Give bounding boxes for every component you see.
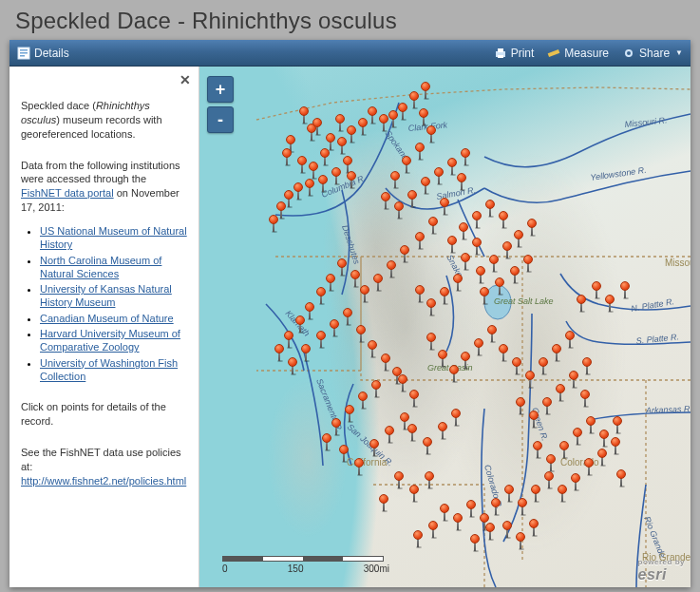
map-pin[interactable] bbox=[502, 241, 512, 258]
institution-link[interactable]: North Carolina Museum of Natural Science… bbox=[40, 255, 161, 279]
institution-link[interactable]: US National Museum of Natural History bbox=[40, 225, 187, 250]
map-pin[interactable] bbox=[599, 430, 609, 447]
institution-link[interactable]: Harvard University Museum of Comparative… bbox=[40, 328, 180, 353]
map-pin[interactable] bbox=[299, 106, 309, 124]
map-pin[interactable] bbox=[293, 182, 303, 200]
map-pin[interactable] bbox=[440, 287, 449, 304]
map-pin[interactable] bbox=[305, 302, 314, 319]
map-pin[interactable] bbox=[592, 281, 601, 298]
map-pin[interactable] bbox=[523, 255, 533, 272]
map-pin[interactable] bbox=[301, 344, 311, 361]
map-pin[interactable] bbox=[369, 439, 379, 456]
map-pin[interactable] bbox=[394, 201, 404, 219]
map-pin[interactable] bbox=[339, 445, 349, 462]
map-pin[interactable] bbox=[459, 222, 468, 239]
map-pin[interactable] bbox=[558, 485, 567, 502]
zoom-in-button[interactable]: + bbox=[207, 76, 234, 103]
map-pin[interactable] bbox=[368, 106, 377, 124]
share-button[interactable]: Share ▼ bbox=[622, 47, 683, 60]
map-pin[interactable] bbox=[428, 521, 438, 538]
map-pin[interactable] bbox=[360, 285, 369, 302]
map-pin[interactable] bbox=[461, 352, 470, 369]
map-pin[interactable] bbox=[485, 523, 495, 540]
map-pin[interactable] bbox=[565, 331, 575, 348]
map-pin[interactable] bbox=[451, 409, 461, 426]
fishnet-portal-link[interactable]: FishNET data portal bbox=[21, 187, 114, 199]
map-pin[interactable] bbox=[425, 471, 434, 488]
map-pin[interactable] bbox=[559, 441, 569, 458]
map-pin[interactable] bbox=[316, 287, 326, 304]
map-pin[interactable] bbox=[620, 281, 630, 298]
institution-link[interactable]: University of Kansas Natural History Mus… bbox=[40, 283, 172, 308]
map-pin[interactable] bbox=[413, 530, 423, 547]
map-pin[interactable] bbox=[343, 308, 352, 325]
map-pin[interactable] bbox=[586, 416, 596, 433]
map-pin[interactable] bbox=[331, 418, 341, 435]
map-pin[interactable] bbox=[326, 274, 335, 291]
map-pin[interactable] bbox=[407, 190, 417, 207]
map-pin[interactable] bbox=[347, 125, 356, 143]
map-pin[interactable] bbox=[556, 384, 565, 401]
map-pin[interactable] bbox=[402, 156, 411, 173]
map-pin[interactable] bbox=[426, 333, 436, 350]
map-pin[interactable] bbox=[510, 266, 520, 283]
map-pin[interactable] bbox=[489, 255, 499, 272]
map-pin[interactable] bbox=[295, 315, 305, 333]
map-pin[interactable] bbox=[358, 118, 368, 135]
map-pin[interactable] bbox=[354, 458, 364, 475]
map-pin[interactable] bbox=[499, 344, 508, 361]
map-pin[interactable] bbox=[491, 498, 501, 515]
map-pin[interactable] bbox=[282, 148, 292, 165]
map-pin[interactable] bbox=[358, 391, 368, 409]
map-pin[interactable] bbox=[485, 200, 495, 217]
map-pin[interactable] bbox=[407, 424, 417, 441]
map-pin[interactable] bbox=[461, 148, 470, 165]
map-pin[interactable] bbox=[388, 110, 398, 127]
map-pin[interactable] bbox=[409, 485, 419, 502]
map-pin[interactable] bbox=[269, 215, 278, 232]
map-pin[interactable] bbox=[466, 500, 476, 517]
map-pin[interactable] bbox=[381, 353, 390, 371]
map-pin[interactable] bbox=[480, 287, 489, 304]
map-pin[interactable] bbox=[394, 471, 404, 488]
map-pin[interactable] bbox=[423, 437, 432, 454]
map-pin[interactable] bbox=[457, 173, 466, 190]
map-pin[interactable] bbox=[421, 82, 430, 99]
map-pin[interactable] bbox=[577, 295, 586, 312]
map-pin[interactable] bbox=[447, 158, 457, 175]
map-pin[interactable] bbox=[597, 449, 607, 466]
map-pin[interactable] bbox=[502, 521, 512, 538]
map-pin[interactable] bbox=[297, 156, 307, 173]
map-pin[interactable] bbox=[356, 325, 366, 342]
map-pin[interactable] bbox=[373, 274, 383, 291]
map-pin[interactable] bbox=[613, 416, 622, 433]
map-pin[interactable] bbox=[288, 357, 297, 374]
map-pin[interactable] bbox=[529, 411, 539, 428]
map-pin[interactable] bbox=[470, 534, 480, 551]
map-pin[interactable] bbox=[390, 171, 400, 188]
map-pin[interactable] bbox=[533, 441, 542, 458]
map-pin[interactable] bbox=[573, 428, 582, 445]
map-pin[interactable] bbox=[516, 532, 525, 549]
map-pin[interactable] bbox=[428, 217, 438, 234]
map-pin[interactable] bbox=[426, 298, 436, 315]
map-pin[interactable] bbox=[371, 380, 381, 397]
map-pin[interactable] bbox=[284, 331, 293, 348]
map-pin[interactable] bbox=[398, 103, 407, 120]
map-pin[interactable] bbox=[415, 285, 425, 302]
map-pin[interactable] bbox=[274, 344, 284, 361]
map-pin[interactable] bbox=[474, 338, 483, 355]
map-pin[interactable] bbox=[453, 513, 463, 530]
map-pin[interactable] bbox=[453, 274, 463, 291]
map-pin[interactable] bbox=[316, 331, 326, 348]
map-pin[interactable] bbox=[546, 454, 556, 471]
map-pin[interactable] bbox=[434, 167, 444, 184]
map-pin[interactable] bbox=[472, 238, 482, 255]
map-pin[interactable] bbox=[611, 437, 620, 454]
map-pin[interactable] bbox=[539, 357, 548, 374]
map-pin[interactable] bbox=[514, 230, 523, 247]
map-pin[interactable] bbox=[580, 390, 590, 407]
map-pin[interactable] bbox=[461, 253, 470, 270]
map-pin[interactable] bbox=[476, 266, 485, 283]
map-pin[interactable] bbox=[305, 179, 314, 196]
